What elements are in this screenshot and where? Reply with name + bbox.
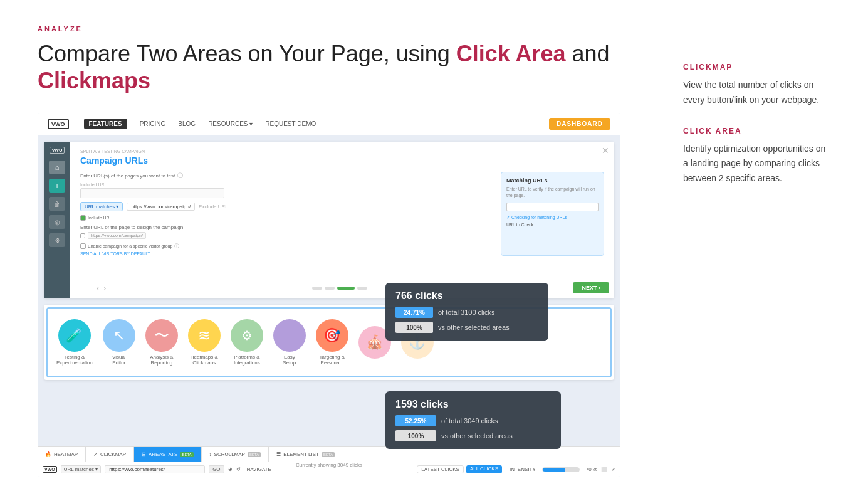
sidebar-icon-settings[interactable]: ⚙: [49, 233, 65, 247]
title-and: and: [566, 41, 610, 66]
form-left-col: Enter URL(s) of the pages you want to te…: [80, 172, 491, 256]
main-content-area: VWO ⌂ + 🗑 ◎: [38, 135, 620, 477]
arrow-left-icon[interactable]: ‹: [97, 283, 100, 293]
design-url-value[interactable]: https://vwo.com/campaign/: [88, 232, 146, 239]
include-url-checkbox[interactable]: [80, 215, 86, 221]
add-icon: +: [55, 181, 60, 191]
nav-arrows: ‹ ›: [97, 283, 106, 293]
url-input-label: Included URL: [80, 182, 491, 187]
toolbar-areastats[interactable]: ⊞ AREASTATS BETA: [134, 447, 202, 462]
clickmap-toolbar-icon: ↗: [93, 451, 98, 457]
click-area-description: Identify optimization opportunities on a…: [683, 142, 830, 186]
tooltip2-bar2-label: vs other selected areas: [441, 432, 513, 440]
sidebar-icon-add[interactable]: +: [49, 179, 65, 193]
screenshot-area: VWO FEATURES PRICING BLOG RESOURCES ▾ RE…: [38, 113, 620, 477]
feature-targeting: 🎯 Targeting &Persona...: [316, 319, 348, 366]
element-list-badge: BETA: [322, 452, 335, 457]
intensity-slider[interactable]: [542, 467, 580, 472]
url-match-tag[interactable]: URL matches ▾: [80, 202, 123, 211]
tooltip1-bar2-row: 100% vs other selected areas: [395, 322, 538, 333]
sidebar-icon-home[interactable]: ⌂: [49, 161, 65, 174]
tooltip1-bar1-label: of total 3100 clicks: [438, 309, 495, 316]
url-type-selector[interactable]: URL matches ▾: [61, 465, 101, 473]
dark-sidebar: VWO ⌂ + 🗑 ◎: [44, 142, 70, 298]
vwo-logo: VWO: [48, 119, 69, 129]
design-url-label: Enter URL of the page to design the camp…: [80, 224, 491, 230]
url-bar-input[interactable]: https://vwo.com/features/: [105, 465, 205, 473]
url-section-text: Enter URL(s) of the pages you want to te…: [80, 173, 175, 179]
toolbar-heatmap[interactable]: 🔥 HEATMAP: [38, 447, 86, 462]
go-button[interactable]: GO: [209, 465, 224, 473]
feature-platforms: ⚙ Platforms &Integrations: [231, 319, 263, 366]
title-highlight1: Click Area: [456, 41, 566, 66]
tooltip2-bar1-fill: 52.25%: [395, 415, 436, 426]
toolbar-element-list[interactable]: ☰ ELEMENT LIST BETA: [269, 447, 342, 462]
feature-easy-setup: EasySetup: [273, 319, 306, 366]
url-to-check-label: URL to Check: [506, 223, 599, 227]
clickmap-section-title: CLICKMAP: [683, 63, 830, 71]
nav-features[interactable]: FEATURES: [84, 119, 127, 129]
navigate-label: NAVIGATE: [247, 467, 271, 472]
checking-url-label[interactable]: ✓ Checking for matching URLs: [506, 215, 599, 220]
tooltip2-bar2-fill: 100%: [395, 430, 436, 441]
nav-request-demo[interactable]: REQUEST DEMO: [265, 120, 316, 127]
tooltip2-bar1-row: 52.25% of total 3049 clicks: [395, 415, 551, 426]
design-url-row: https://vwo.com/campaign/: [80, 232, 491, 239]
click-area-feature-section: CLICK AREA Identify optimization opportu…: [683, 127, 830, 186]
url-input-field[interactable]: [80, 188, 224, 198]
right-section: CLICKMAP View the total number of clicks…: [683, 25, 830, 205]
arrow-right-icon[interactable]: ›: [103, 283, 107, 293]
exclude-url-link[interactable]: Exclude URL: [199, 204, 228, 209]
browser-nav: FEATURES PRICING BLOG RESOURCES ▾ REQUES…: [84, 119, 316, 129]
sidebar-icon-target[interactable]: ◎: [49, 215, 65, 229]
toolbar-scrollmap[interactable]: ↕ SCROLLMAP BETA: [202, 447, 269, 462]
heatmap-icon: 🔥: [45, 451, 51, 457]
visitor-group-label: Enable campaign for a specific visitor g…: [88, 244, 172, 248]
tooltip1-title: 766 clicks: [395, 290, 538, 302]
all-visitors-link[interactable]: SEND ALL VISITORS BY DEFAULT: [80, 251, 491, 256]
tooltip2-bar2-row: 100% vs other selected areas: [395, 430, 551, 441]
clickmap-description: View the total number of clicks on every…: [683, 78, 830, 108]
url-check-input[interactable]: [506, 203, 599, 211]
url-input-area: Included URL: [80, 182, 491, 198]
areastats-badge: BETA: [180, 452, 193, 457]
all-clicks-tab[interactable]: ALL CLICKS: [466, 465, 502, 473]
form-content: SPLIT A/B TESTING CAMPAIGN Campaign URLs…: [70, 142, 614, 298]
element-list-label: ELEMENT LIST: [283, 451, 319, 457]
scrollmap-badge: BETA: [248, 452, 261, 457]
campaign-title: Campaign URLs: [80, 156, 604, 166]
home-icon: ⌂: [55, 164, 60, 171]
targeting-label: Targeting &Persona...: [320, 354, 345, 366]
tooltip1-bar1-row: 24.71% of total 3100 clicks: [395, 307, 538, 318]
breadcrumb-label: SPLIT A/B TESTING CAMPAIGN: [80, 149, 604, 154]
matching-url-title: Matching URLs: [506, 177, 599, 184]
tooltip1-bar2-label: vs other selected areas: [438, 324, 510, 331]
latest-clicks-tab[interactable]: LATEST CLICKS: [417, 465, 464, 473]
matching-url-desc: Enter URL to verify if the campaign will…: [506, 186, 599, 199]
include-url-checkbox-row: Include URL: [80, 215, 491, 221]
form-columns: Enter URL(s) of the pages you want to te…: [80, 172, 604, 256]
step-dot-4: [357, 287, 367, 290]
toolbar-clickmap[interactable]: ↗ CLICKMAP: [86, 447, 134, 462]
nav-resources[interactable]: RESOURCES ▾: [208, 120, 253, 127]
nav-blog[interactable]: BLOG: [178, 120, 196, 127]
fullscreen-icon[interactable]: ⬜: [601, 467, 607, 472]
visitor-group-checkbox[interactable]: [80, 243, 86, 249]
dashboard-button[interactable]: DASHBOARD: [549, 118, 610, 130]
analyze-label: ANALYZE: [38, 25, 658, 33]
sidebar-icon-trash[interactable]: 🗑: [49, 197, 65, 211]
close-button[interactable]: ✕: [602, 145, 609, 156]
heatmap-label: HEATMAP: [54, 451, 78, 457]
next-button[interactable]: NEXT ›: [573, 282, 609, 293]
nav-pricing[interactable]: PRICING: [140, 120, 166, 127]
step-dot-1: [312, 287, 322, 290]
settings-icon: ⚙: [55, 237, 60, 244]
feature-analysis: 〜 Analysis &Reporting: [145, 319, 178, 366]
design-checkbox[interactable]: [80, 233, 85, 238]
share-icon[interactable]: ⤢: [611, 467, 615, 472]
analysis-label: Analysis &Reporting: [150, 354, 173, 366]
matching-urls-panel: Matching URLs Enter URL to verify if the…: [501, 172, 604, 256]
click-area-section-title: CLICK AREA: [683, 127, 830, 135]
url-match-value[interactable]: https://vwo.com/campaign/: [127, 203, 195, 211]
title-part1: Compare Two Areas on Your Page, using: [38, 41, 456, 66]
